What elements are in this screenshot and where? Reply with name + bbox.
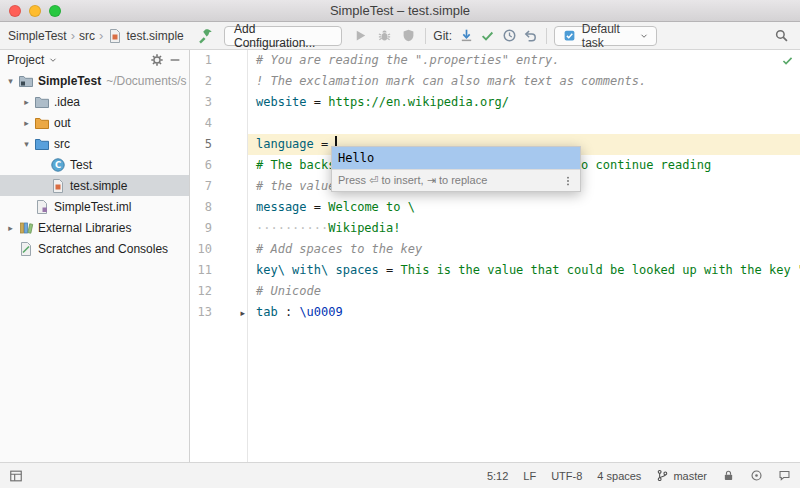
tree-item-simpletest-iml[interactable]: SimpleTest.iml [0, 196, 189, 217]
run-configuration-dropdown[interactable]: Add Configuration... [224, 26, 342, 46]
project-tree: ▾SimpleTest~/Documents/s▸.idea▸out▾srcCT… [0, 70, 189, 259]
minimize-window-button[interactable] [29, 5, 41, 17]
tree-item-scratches-and-consoles[interactable]: Scratches and Consoles [0, 238, 189, 259]
vcs-rollback-button[interactable] [520, 25, 541, 47]
tree-expander-icon[interactable]: ▸ [20, 97, 33, 107]
debug-button[interactable] [372, 25, 396, 47]
tree-item-test[interactable]: CTest [0, 154, 189, 175]
line-number: 4 [190, 113, 212, 134]
search-everywhere-button[interactable] [771, 25, 792, 47]
editor-line-3[interactable]: 3website = https://en.wikipedia.org/ [190, 92, 800, 113]
folder-icon [34, 94, 50, 110]
vcs-update-button[interactable] [456, 25, 477, 47]
line-number: 5 [190, 134, 212, 155]
code-text: website = https://en.wikipedia.org/ [248, 92, 800, 113]
caret-position-widget[interactable]: 5:12 [487, 470, 508, 482]
tree-item-src[interactable]: ▾src [0, 133, 189, 154]
editor-line-13[interactable]: 13▸tab : \u0009 [190, 302, 800, 323]
close-window-button[interactable] [9, 5, 21, 17]
task-list-icon [562, 28, 577, 43]
titlebar: SimpleTest – test.simple [0, 0, 800, 22]
gear-icon[interactable] [150, 53, 164, 67]
breadcrumb-item-simpletest[interactable]: SimpleTest [8, 29, 67, 43]
token-value: Wikipedia! [328, 221, 400, 235]
gutter-fold-column [212, 281, 248, 302]
simple-file-icon [107, 28, 123, 44]
gutter-fold-column [212, 176, 248, 197]
token-value: Welcome to \ [328, 200, 415, 214]
hide-panel-icon[interactable] [168, 53, 182, 67]
tree-expander-icon[interactable]: ▾ [20, 139, 33, 149]
tree-item-out[interactable]: ▸out [0, 112, 189, 133]
tree-item-label: Scratches and Consoles [38, 242, 168, 256]
zoom-window-button[interactable] [49, 5, 61, 17]
tree-expander-icon[interactable]: ▾ [4, 76, 17, 86]
run-actions [348, 25, 420, 47]
editor-line-12[interactable]: 12# Unicode [190, 281, 800, 302]
line-ending-widget[interactable]: LF [523, 470, 536, 482]
token-comment: # Add spaces to the key [256, 242, 422, 256]
tree-item--idea[interactable]: ▸.idea [0, 91, 189, 112]
run-button[interactable] [348, 25, 372, 47]
tree-item-simpletest[interactable]: ▾SimpleTest~/Documents/s [0, 70, 189, 91]
project-tool-window: Project ▾SimpleTest~/Documents/s▸.idea▸o… [0, 50, 190, 462]
fold-marker-icon[interactable]: ▸ [240, 308, 245, 318]
inspections-indicator-icon[interactable] [750, 469, 763, 482]
checkmark-icon [480, 28, 495, 43]
lock-icon[interactable] [722, 469, 735, 482]
tree-item-external-libraries[interactable]: ▸External Libraries [0, 217, 189, 238]
inspections-ok-icon[interactable] [781, 54, 794, 67]
token-comment: # You are reading the ".properties" entr… [256, 53, 559, 67]
default-task-dropdown[interactable]: Default task [554, 26, 657, 46]
editor-line-11[interactable]: 11key\ with\ spaces = This is the value … [190, 260, 800, 281]
notifications-icon[interactable] [778, 469, 791, 482]
build-project-button[interactable] [194, 25, 216, 47]
module-file-icon [34, 199, 50, 215]
tool-window-switcher-icon[interactable] [9, 469, 23, 483]
token-plain: = [379, 263, 401, 277]
editor-line-2[interactable]: 2! The exclamation mark can also mark te… [190, 71, 800, 92]
completion-item-selected[interactable]: Hello [332, 147, 580, 169]
window-title: SimpleTest – test.simple [330, 3, 470, 18]
more-options-icon[interactable] [562, 175, 574, 187]
breadcrumb-label: test.simple [126, 29, 183, 43]
indent-widget[interactable]: 4 spaces [597, 470, 641, 482]
folder-source-icon [34, 136, 50, 152]
completion-hint-text: Press ⏎ to insert, ⇥ to replace [338, 174, 487, 187]
editor[interactable]: 1# You are reading the ".properties" ent… [190, 50, 800, 462]
token-key: website [256, 95, 307, 109]
editor-line-1[interactable]: 1# You are reading the ".properties" ent… [190, 50, 800, 71]
token-ws: ·········· [256, 221, 328, 235]
tree-item-test-simple[interactable]: test.simple [0, 175, 189, 196]
tree-expander-icon[interactable]: ▸ [20, 118, 33, 128]
editor-line-4[interactable]: 4 [190, 113, 800, 134]
folder-excluded-icon [34, 115, 50, 131]
completion-popup: Hello Press ⏎ to insert, ⇥ to replace [331, 146, 581, 192]
line-number: 10 [190, 239, 212, 260]
editor-line-8[interactable]: 8message = Welcome to \ [190, 197, 800, 218]
chevron-down-icon[interactable] [48, 55, 58, 65]
line-number: 1 [190, 50, 212, 71]
vcs-history-button[interactable] [498, 25, 519, 47]
token-value: https://en.wikipedia.org/ [328, 95, 509, 109]
tree-expander-icon[interactable]: ▸ [4, 223, 17, 233]
play-icon [353, 28, 368, 43]
vcs-toolbar: Git: Default task [420, 25, 792, 47]
editor-line-10[interactable]: 10# Add spaces to the key [190, 239, 800, 260]
breadcrumb-item-test-simple[interactable]: test.simple [107, 28, 183, 44]
project-panel-title[interactable]: Project [7, 53, 44, 67]
token-key: message [256, 200, 307, 214]
main-area: Project ▾SimpleTest~/Documents/s▸.idea▸o… [0, 50, 800, 462]
vcs-commit-button[interactable] [477, 25, 498, 47]
coverage-button[interactable] [396, 25, 420, 47]
token-key: key\ with\ spaces [256, 263, 379, 277]
editor-line-9[interactable]: 9··········Wikipedia! [190, 218, 800, 239]
code-text: key\ with\ spaces = This is the value th… [248, 260, 800, 281]
ide-window: SimpleTest – test.simple SimpleTest›src›… [0, 0, 800, 488]
bug-icon [377, 28, 392, 43]
encoding-widget[interactable]: UTF-8 [551, 470, 582, 482]
breadcrumb-item-src[interactable]: src [79, 29, 95, 43]
git-branch-widget[interactable]: master [656, 469, 707, 482]
code-text: # Add spaces to the key [248, 239, 800, 260]
line-number: 13 [190, 302, 212, 323]
